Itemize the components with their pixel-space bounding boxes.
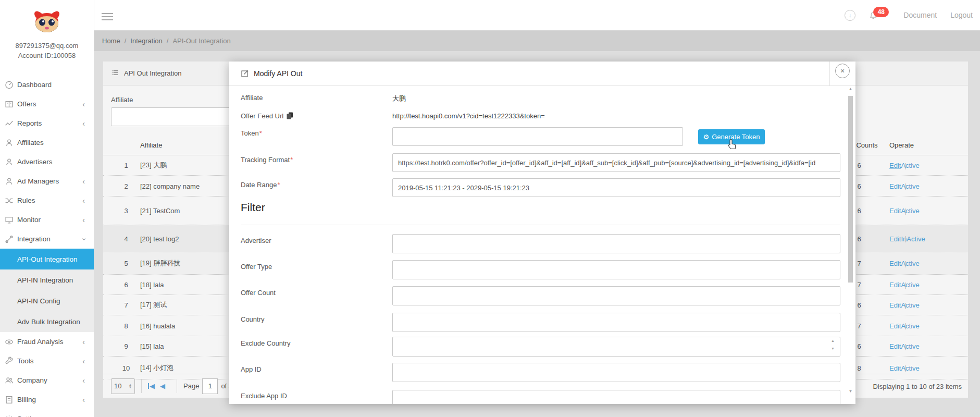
page: 897291375@qq.com Account ID:100058 Dashb… bbox=[0, 0, 980, 417]
chevron-left-icon: ‹ bbox=[82, 216, 85, 224]
edit-link[interactable]: Edit bbox=[889, 235, 901, 242]
column-affiliate: Affiliate bbox=[140, 141, 162, 149]
document-link[interactable]: Document bbox=[903, 11, 937, 19]
status-link[interactable]: Active bbox=[901, 342, 919, 350]
copy-icon[interactable] bbox=[287, 112, 293, 121]
logout-link[interactable]: Logout bbox=[950, 11, 973, 19]
breadcrumb-current: API-Out Integration bbox=[172, 37, 230, 45]
advertiser-label: Advertiser bbox=[241, 237, 271, 244]
sidebar-item-advertisers[interactable]: Advertisers bbox=[0, 152, 94, 171]
offer-type-label: Offer Type bbox=[241, 263, 272, 271]
status-link[interactable]: Active bbox=[901, 182, 919, 190]
sidebar-nav: Dashboard Offers ‹ Reports ‹ Affiliates … bbox=[0, 75, 94, 417]
country-input[interactable] bbox=[392, 313, 840, 332]
textarea-scroll-arrows[interactable]: ▲▼ bbox=[831, 339, 835, 350]
offer-type-input[interactable] bbox=[392, 260, 840, 279]
chevron-left-icon: ‹ bbox=[82, 396, 85, 403]
edit-square-icon bbox=[241, 69, 249, 79]
download-circle-icon[interactable]: ↓ bbox=[845, 10, 855, 21]
sidebar-item-integration[interactable]: Integration ‹ bbox=[0, 229, 94, 249]
token-input[interactable] bbox=[392, 127, 683, 146]
breadcrumb-home[interactable]: Home bbox=[102, 37, 120, 45]
status-link[interactable]: Active bbox=[901, 301, 919, 309]
app-id-input[interactable] bbox=[392, 363, 840, 382]
affiliate-value: 大鹏 bbox=[392, 94, 406, 103]
column-counts: Counts bbox=[851, 141, 883, 149]
sidebar-item-ad-managers[interactable]: Ad Managers ‹ bbox=[0, 171, 94, 191]
list-icon bbox=[111, 69, 119, 78]
chevron-left-icon: ‹ bbox=[82, 377, 85, 384]
modal-scrollbar[interactable]: ▲ ▼ bbox=[847, 85, 854, 404]
edit-link[interactable]: Edit bbox=[889, 182, 901, 190]
page-label: Page bbox=[183, 382, 199, 390]
exclude-app-id-input[interactable] bbox=[392, 390, 840, 404]
column-operate: Operate bbox=[889, 141, 914, 149]
token-label: Token* bbox=[241, 129, 262, 137]
header-divider bbox=[829, 62, 830, 85]
status-link[interactable]: Active bbox=[901, 260, 919, 267]
exclude-country-input[interactable] bbox=[392, 337, 840, 357]
sidebar-item-dashboard[interactable]: Dashboard bbox=[0, 75, 94, 94]
sidebar-item-tools[interactable]: Tools ‹ bbox=[0, 351, 94, 371]
sidebar-item-reports[interactable]: Reports ‹ bbox=[0, 114, 94, 133]
sidebar: 897291375@qq.com Account ID:100058 Dashb… bbox=[0, 0, 94, 417]
edit-link[interactable]: Edit bbox=[889, 207, 901, 215]
status-link[interactable]: Active bbox=[901, 162, 919, 169]
affiliate-filter-label: Affiliate bbox=[111, 96, 133, 104]
sidebar-item-billing[interactable]: Billing ‹ bbox=[0, 390, 94, 409]
sidebar-item-fraud-analysis[interactable]: Fraud Analysis ‹ bbox=[0, 332, 94, 351]
offer-feed-url-label: Offer Feed Url bbox=[241, 112, 293, 121]
offer-count-input[interactable] bbox=[392, 286, 840, 305]
edit-link[interactable]: Edit bbox=[889, 342, 901, 350]
tracking-format-input[interactable] bbox=[392, 153, 840, 172]
status-link[interactable]: Active bbox=[901, 207, 919, 215]
sidebar-item-rules[interactable]: Rules ‹ bbox=[0, 191, 94, 210]
status-link[interactable]: Active bbox=[901, 364, 919, 372]
person-icon bbox=[5, 177, 14, 186]
sidebar-item-company[interactable]: Company ‹ bbox=[0, 371, 94, 390]
notifications[interactable]: 48 bbox=[869, 7, 890, 23]
sidebar-item-api-out-integration[interactable]: API-Out Integration bbox=[0, 249, 94, 269]
sidebar-item-offers[interactable]: Offers ‹ bbox=[0, 94, 94, 114]
sidebar-item-api-in-config[interactable]: API-IN Config bbox=[0, 290, 94, 311]
tracking-format-label: Tracking Format* bbox=[241, 156, 293, 164]
edit-link[interactable]: Edit bbox=[889, 364, 901, 372]
status-link[interactable]: Active bbox=[901, 281, 919, 289]
edit-link[interactable]: Edit bbox=[889, 162, 901, 169]
scrollbar-thumb[interactable] bbox=[848, 96, 853, 283]
country-label: Country bbox=[241, 315, 265, 323]
edit-link[interactable]: Edit bbox=[889, 281, 901, 289]
menu-toggle-button[interactable] bbox=[102, 13, 113, 20]
sidebar-item-api-in-integration[interactable]: API-IN Integration bbox=[0, 269, 94, 290]
sidebar-item-affiliates[interactable]: Affiliates bbox=[0, 133, 94, 152]
prev-page-button[interactable]: ◀ bbox=[160, 382, 165, 390]
edit-link[interactable]: Edit bbox=[889, 322, 901, 329]
sidebar-item-settings[interactable]: Settings bbox=[0, 409, 94, 417]
status-link[interactable]: Active bbox=[901, 322, 919, 329]
sidebar-item-adv-bulk-integration[interactable]: Adv Bulk Integration bbox=[0, 311, 94, 332]
first-page-button[interactable]: ◀ bbox=[148, 382, 155, 390]
advertiser-input[interactable] bbox=[392, 234, 840, 253]
breadcrumb-integration[interactable]: Integration bbox=[130, 37, 162, 45]
page-size-select[interactable]: 10 ▲▼ bbox=[111, 378, 135, 394]
chevron-left-icon: ‹ bbox=[82, 101, 85, 108]
app-id-label: App ID bbox=[241, 365, 262, 373]
page-number-input[interactable]: 1 bbox=[202, 378, 218, 394]
affiliate-label: Affiliate bbox=[241, 94, 263, 102]
edit-link[interactable]: Edit bbox=[889, 301, 901, 309]
scroll-down-icon[interactable]: ▼ bbox=[847, 389, 854, 394]
sidebar-item-monitor[interactable]: Monitor ‹ bbox=[0, 210, 94, 229]
close-icon[interactable]: × bbox=[835, 64, 850, 78]
user-account-id: Account ID:100058 bbox=[0, 52, 94, 59]
date-range-input[interactable] bbox=[392, 178, 840, 197]
edit-link[interactable]: Edit bbox=[889, 260, 901, 267]
user-email: 897291375@qq.com bbox=[0, 42, 94, 50]
panel-title: API Out Integration bbox=[124, 69, 182, 77]
monitor-icon bbox=[5, 215, 14, 224]
scroll-up-icon[interactable]: ▲ bbox=[847, 87, 854, 91]
chevron-left-icon: ‹ bbox=[82, 120, 85, 127]
topbar-right: ↓ 48 Document Logout bbox=[845, 0, 973, 30]
chevron-left-icon: ‹ bbox=[82, 358, 85, 365]
breadcrumb-separator: / bbox=[167, 37, 169, 45]
gauge-icon bbox=[5, 80, 14, 89]
